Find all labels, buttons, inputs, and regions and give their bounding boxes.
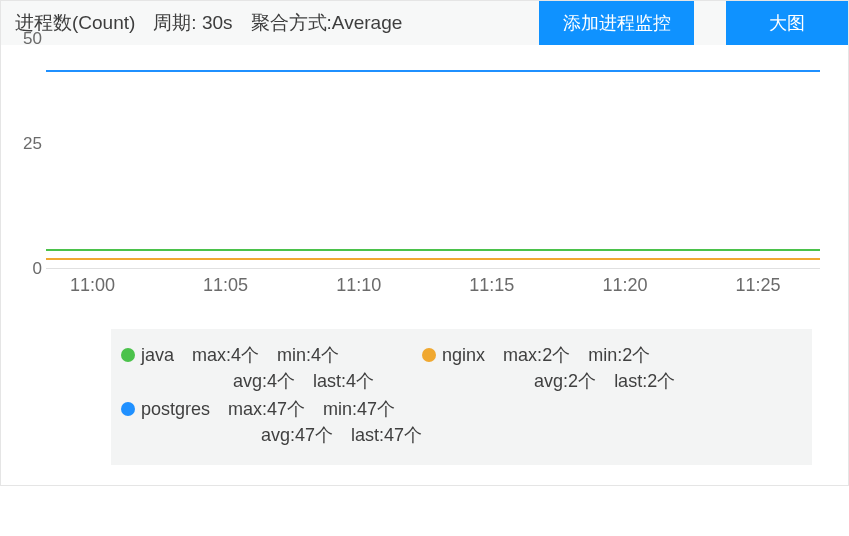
dot-icon: [121, 348, 135, 362]
add-process-monitor-button[interactable]: 添加进程监控: [539, 1, 694, 45]
panel-header: 进程数(Count) 周期: 30s 聚合方式:Average 添加进程监控 大…: [1, 1, 848, 45]
process-count-panel: 进程数(Count) 周期: 30s 聚合方式:Average 添加进程监控 大…: [0, 0, 849, 486]
legend-last: last:4个: [313, 369, 374, 393]
y-tick: 25: [23, 134, 42, 154]
plot-area: [46, 59, 820, 269]
legend-min: min:47个: [323, 397, 395, 421]
x-tick: 11:00: [70, 275, 115, 296]
legend-min: min:2个: [588, 343, 650, 367]
legend-avg: avg:2个: [534, 369, 596, 393]
legend-max: max:2个: [503, 343, 570, 367]
dot-icon: [422, 348, 436, 362]
plot: 50 25 0: [46, 59, 820, 269]
x-tick: 11:05: [203, 275, 248, 296]
legend-name: java: [141, 345, 174, 366]
legend-min: min:4个: [277, 343, 339, 367]
legend-last: last:2个: [614, 369, 675, 393]
chart-area: 50 25 0 11:0011:0511:1011:1511:2011:25: [1, 45, 848, 321]
legend-max: max:47个: [228, 397, 305, 421]
y-tick: 0: [33, 259, 42, 279]
y-axis: 50 25 0: [12, 59, 42, 269]
x-tick: 11:25: [736, 275, 781, 296]
legend-item-java[interactable]: java max:4个 min:4个 avg:4个 last:4个: [121, 343, 374, 393]
legend-item-nginx[interactable]: nginx max:2个 min:2个 avg:2个 last:2个: [422, 343, 675, 393]
y-tick: 50: [23, 29, 42, 49]
legend-last: last:47个: [351, 423, 422, 447]
legend: java max:4个 min:4个 avg:4个 last:4个 nginx: [111, 329, 812, 465]
legend-name: nginx: [442, 345, 485, 366]
legend-max: max:4个: [192, 343, 259, 367]
series-line-postgres: [46, 70, 820, 72]
series-line-nginx: [46, 258, 820, 260]
dot-icon: [121, 402, 135, 416]
legend-avg: avg:47个: [261, 423, 333, 447]
x-tick: 11:10: [336, 275, 381, 296]
x-axis: 11:0011:0511:1011:1511:2011:25: [46, 275, 820, 315]
legend-name: postgres: [141, 399, 210, 420]
legend-avg: avg:4个: [233, 369, 295, 393]
x-tick: 11:20: [602, 275, 647, 296]
aggregation-label: 聚合方式:Average: [251, 10, 403, 36]
legend-item-postgres[interactable]: postgres max:47个 min:47个 avg:47个 last:47…: [121, 397, 422, 447]
enlarge-button[interactable]: 大图: [726, 1, 848, 45]
period-label: 周期: 30s: [153, 10, 232, 36]
series-line-java: [46, 249, 820, 251]
x-tick: 11:15: [469, 275, 514, 296]
